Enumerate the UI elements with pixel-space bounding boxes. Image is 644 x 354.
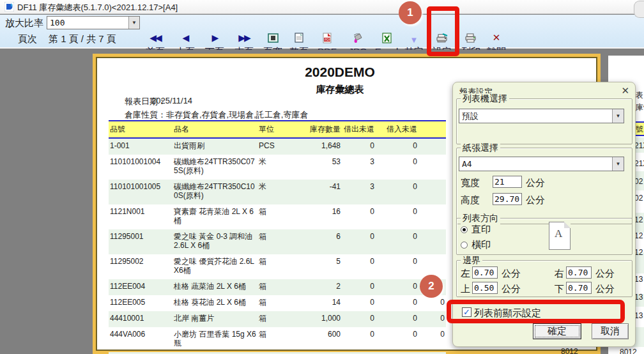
zoom-ratio-value: 100 — [47, 18, 128, 27]
zoom-ratio-label: 放大比率 — [5, 17, 43, 29]
page2-fragment: 12 — [634, 231, 643, 240]
combo-dropdown-button[interactable]: ▼ — [612, 109, 624, 123]
margin-top-label: 上 — [461, 283, 470, 295]
radio-unselected-icon — [461, 242, 468, 249]
ok-button[interactable]: 確定 — [533, 323, 581, 339]
margin-left-unit: 公分 — [502, 268, 521, 280]
cell-extra — [418, 204, 446, 229]
margin-right-unit: 公分 — [595, 268, 615, 280]
cell-borrowed: 0 — [376, 295, 418, 311]
cell-unit: 箱 — [257, 204, 286, 229]
scrollbar-nub[interactable] — [634, 1, 644, 18]
margin-right-label: 右 — [555, 268, 564, 280]
report-warehouse-line: 倉庫性質：非存貨倉,存貨倉,現場倉,託工倉,寄庫倉 — [125, 109, 308, 121]
paper-height-input[interactable] — [493, 193, 522, 205]
excel-icon — [381, 33, 392, 43]
cell-borrowed: 0 — [376, 279, 418, 295]
printer-select[interactable]: 預設 ▼ — [459, 109, 624, 123]
cell-extra: 0 — [418, 327, 446, 352]
close-icon[interactable]: ✕ — [621, 85, 629, 96]
title-bar: DF11 庫存彙總表(5.1.7.0)<2021.12.17>[A4] — [0, 0, 644, 14]
cell-qty: 53 — [286, 155, 342, 180]
paper-size-select[interactable]: A4 ▼ — [459, 157, 624, 171]
cell-unit: 箱 — [257, 311, 286, 327]
cell-extra — [418, 155, 446, 180]
next-page-icon: ▶ — [212, 33, 218, 43]
page2-fragment: 02 — [634, 194, 643, 203]
col-header-lent: 借出未還 — [342, 121, 376, 138]
table-row: 444VA006 小磨坊 百里香葉 15g X6瓶 箱 600 0 0 0 — [109, 327, 446, 352]
page2-fragment: 13 — [634, 293, 643, 302]
table-row: 112EE005 桂格 葵花油 2L X 6桶 箱 14 0 0 0 — [109, 295, 446, 311]
app-window: DF11 庫存彙總表(5.1.7.0)<2021.12.17>[A4] 放大比率… — [0, 0, 644, 354]
cell-code: 1121N001 — [109, 204, 172, 229]
paper-size-value: A4 — [459, 159, 612, 169]
jpg-icon — [352, 33, 364, 43]
paper-width-label: 寬度 — [461, 177, 480, 189]
cell-qty: 6 — [286, 229, 342, 254]
cell-lent: 3 — [342, 155, 376, 180]
combo-dropdown-button[interactable]: ▼ — [128, 17, 139, 29]
cancel-button[interactable]: 取消 — [592, 323, 629, 339]
cell-code: 444VA006 — [109, 327, 172, 352]
margin-bottom-unit: 公分 — [595, 283, 615, 295]
cell-unit: 箱 — [257, 254, 286, 279]
pdf-icon: PDF — [322, 33, 332, 43]
printer-select-value: 預設 — [459, 111, 612, 122]
cell-borrowed: 0 — [376, 311, 418, 327]
report-table-body: 1-001 出貨雨刷 PCS 1,648 0 0 110101001004 碳纖… — [109, 138, 446, 354]
cell-name: 愛之味 黃金 0-3 調和油 2.6L X 6桶 — [172, 229, 257, 254]
margin-bottom-input[interactable] — [566, 282, 592, 294]
cell-code: 11295002 — [109, 254, 172, 279]
margin-left-input[interactable] — [472, 266, 498, 279]
col-header-name: 品名 — [172, 121, 257, 138]
cell-qty: -41 — [286, 180, 342, 204]
cell-lent: 0 — [342, 204, 376, 229]
last-page-icon: ▶▶ — [238, 33, 250, 43]
paper-width-input[interactable] — [493, 176, 522, 188]
zoom-ratio-combobox[interactable]: 100 ▼ — [47, 16, 140, 29]
step1-badge: 1 — [399, 1, 422, 24]
cell-lent: 0 — [342, 279, 376, 295]
portrait-radio-label: 直印 — [471, 224, 491, 236]
page2-fragment: 13 — [634, 311, 643, 320]
cell-code: 11295001 — [109, 229, 172, 254]
margin-right-input[interactable] — [566, 266, 592, 279]
cell-lent: 0 — [342, 229, 376, 254]
landscape-radio[interactable]: 橫印 — [461, 239, 491, 251]
printer-group-label: 列表機選擇 — [461, 93, 509, 105]
cell-qty: 1,648 — [286, 138, 342, 155]
cell-name: 北岸 南薑片 — [172, 311, 257, 327]
col-header-qty: 庫存數量 — [286, 121, 342, 138]
combo-dropdown-button[interactable]: ▼ — [612, 157, 624, 171]
cell-unit: 箱 — [257, 279, 286, 295]
portrait-radio[interactable]: 直印 — [461, 224, 491, 236]
cell-lent: 0 — [342, 295, 376, 311]
report-date-value: 2025/11/14 — [151, 96, 192, 105]
first-page-icon: ◀◀ — [150, 33, 161, 43]
cell-lent: 0 — [342, 138, 376, 155]
cell-unit: 米 — [257, 180, 286, 204]
page2-fragment: 13 — [634, 275, 643, 284]
table-row: 1121N001 寶素齋 花青菜油 2L X 6桶 箱 16 0 0 — [109, 204, 446, 229]
table-row: 11295002 愛之味 優質芥花油 2.6LX6桶 箱 5 0 0 — [109, 254, 446, 279]
cell-extra — [418, 180, 446, 204]
full-page-icon — [294, 33, 304, 43]
report-company-title: 2020DEMO — [97, 65, 583, 80]
cell-code: 110101001005 — [109, 180, 172, 204]
cell-name: 出貨雨刷 — [172, 138, 257, 155]
cell-code: 112EE005 — [109, 295, 172, 311]
cell-name: 愛之味 優質芥花油 2.6LX6桶 — [172, 254, 257, 279]
page2-bottom-fragment: 8012 — [620, 348, 637, 354]
table-row: 11295001 愛之味 黃金 0-3 調和油 2.6L X 6桶 箱 6 0 … — [109, 229, 446, 254]
cell-name: 寶素齋 花青菜油 2L X 6桶 — [172, 204, 257, 229]
app-logo-icon — [4, 2, 14, 12]
col-header-code: 品號 — [109, 121, 172, 138]
margin-left-label: 左 — [461, 268, 470, 280]
cell-lent: 0 — [342, 327, 376, 352]
margin-top-input[interactable] — [472, 282, 498, 294]
col-header-extra — [418, 121, 446, 138]
page-index-label: 頁次 — [18, 33, 37, 45]
cell-borrowed: 0 — [376, 229, 418, 254]
landscape-radio-label: 橫印 — [471, 239, 491, 251]
